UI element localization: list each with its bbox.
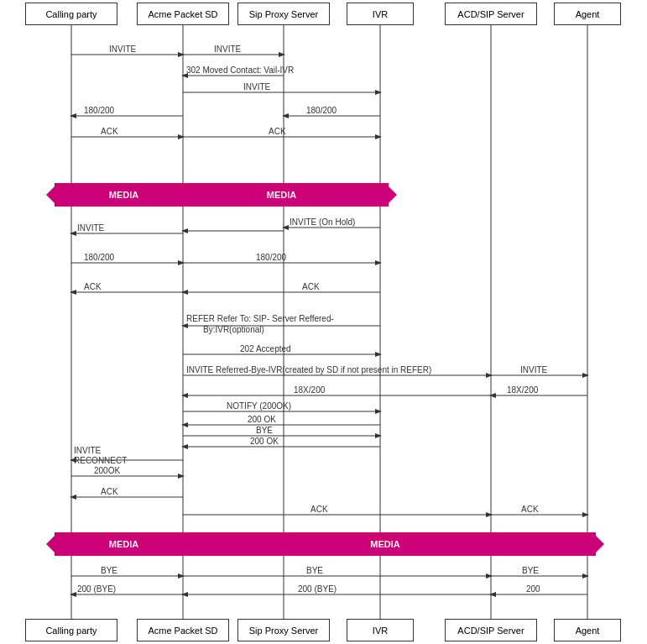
- invite-3-label: INVITE: [243, 82, 271, 92]
- 202-label: 202 Accepted: [240, 344, 291, 353]
- 18x-200-1-label: 18X/200: [294, 385, 326, 395]
- invite-reconnect-label-2: RECONNECT: [74, 456, 127, 465]
- header-ivr-top: IVR: [347, 3, 414, 25]
- 200-label: 200: [526, 584, 540, 594]
- 18x-200-2-label: 18X/200: [507, 385, 539, 395]
- bye-2-label: BYE: [101, 566, 117, 575]
- 302-label: 302 Moved Contact: Vail-IVR: [186, 65, 294, 75]
- 180-200-3-label: 180/200: [84, 253, 115, 262]
- 180-200-2-label: 180/200: [306, 106, 337, 115]
- 200ok-1-label: 200 OK: [248, 415, 276, 424]
- ack-1-label: ACK: [101, 127, 118, 136]
- media-1-left-label: MEDIA: [109, 190, 138, 200]
- ack-2-label: ACK: [269, 127, 286, 136]
- bye-3-label: BYE: [306, 566, 323, 575]
- header-sip-proxy-top: Sip Proxy Server: [237, 3, 330, 25]
- media-2-left-label: MEDIA: [109, 539, 138, 549]
- invite-2-label: INVITE: [214, 45, 242, 54]
- 180-200-4-label: 180/200: [256, 253, 287, 262]
- header-acme-packet-bottom: Acme Packet SD: [137, 619, 229, 641]
- diagram: INVITE INVITE 302 Moved Contact: Vail-IV…: [0, 0, 647, 644]
- invite-5-label: INVITE: [520, 365, 548, 374]
- media-1-right-label: MEDIA: [267, 190, 296, 200]
- refer-label-1: REFER Refer To: SIP- Server Reffered-: [186, 314, 334, 323]
- 200ok-2-label: 200 OK: [250, 437, 279, 446]
- invite-referred-label: INVITE Referred-Bye-IVR(created by SD if…: [186, 365, 431, 374]
- header-acd-sip-bottom: ACD/SIP Server: [445, 619, 537, 641]
- ack-3-label: ACK: [84, 282, 102, 291]
- header-agent-top: Agent: [554, 3, 621, 25]
- invite-4-label: INVITE: [77, 223, 105, 233]
- invite-reconnect-label-1: INVITE: [74, 446, 102, 455]
- header-calling-party-bottom: Calling party: [25, 619, 117, 641]
- bye-1-label: BYE: [256, 426, 273, 435]
- ack-6-label: ACK: [310, 505, 328, 514]
- invite-1-label: INVITE: [109, 45, 137, 54]
- ack-4-label: ACK: [302, 282, 320, 291]
- invite-onhold-label: INVITE (On Hold): [290, 217, 355, 227]
- ack-7-label: ACK: [521, 505, 539, 514]
- header-ivr-bottom: IVR: [347, 619, 414, 641]
- bye-4-label: BYE: [522, 566, 539, 575]
- media-2-right-label: MEDIA: [370, 539, 399, 549]
- 200bye-2-label: 200 (BYE): [298, 584, 337, 594]
- media-bar-2-right: MEDIA: [175, 532, 596, 556]
- ack-5-label: ACK: [101, 487, 118, 496]
- notify-label: NOTIFY (200OK): [227, 401, 291, 411]
- refer-label-2: By:IVR(optional): [203, 325, 264, 334]
- 200ok-3-label: 200OK: [94, 466, 120, 475]
- header-acme-packet-top: Acme Packet SD: [137, 3, 229, 25]
- 200bye-1-label: 200 (BYE): [77, 584, 116, 594]
- media-bar-1-right: MEDIA: [175, 183, 389, 207]
- header-agent-bottom: Agent: [554, 619, 621, 641]
- 180-200-1-label: 180/200: [84, 106, 115, 115]
- header-sip-proxy-bottom: Sip Proxy Server: [237, 619, 330, 641]
- header-acd-sip-top: ACD/SIP Server: [445, 3, 537, 25]
- header-calling-party-top: Calling party: [25, 3, 117, 25]
